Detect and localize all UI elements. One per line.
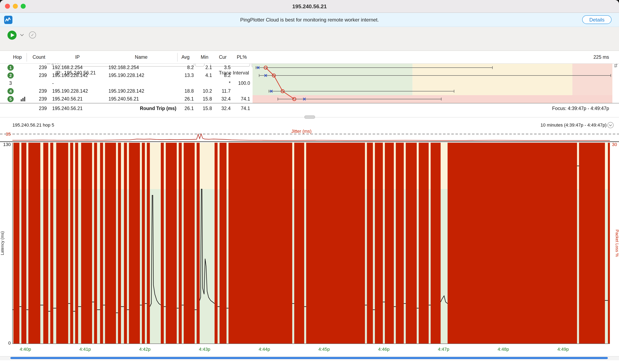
count-cell: 239 <box>31 72 47 80</box>
cur-cell: 8.2 <box>214 72 231 80</box>
svg-text:130: 130 <box>3 142 11 147</box>
ip-cell: 192.168.2.254 <box>52 64 83 72</box>
svg-text:4:48p: 4:48p <box>498 347 509 352</box>
start-trace-button[interactable] <box>7 31 16 40</box>
min-cell: 15.8 <box>196 95 212 103</box>
count-cell: 239 <box>31 64 47 72</box>
hop-focus-chart-icon <box>21 97 25 101</box>
svg-text:4:46p: 4:46p <box>378 347 390 352</box>
col-pl: PL% <box>232 51 252 64</box>
cur-cell: 11.7 <box>214 87 231 95</box>
timeline-graph[interactable]: Jitter (ms)351300304:40p4:41p4:42p4:43p4… <box>0 129 619 355</box>
name-cell: 192.168.2.254 <box>109 64 139 72</box>
count-cell: 239 <box>31 95 47 103</box>
round-trip-summary-row: 239 195.240.56.21 Round Trip (ms) 26.1 1… <box>0 103 619 113</box>
svg-text:0: 0 <box>8 340 11 346</box>
svg-text:Latency (ms): Latency (ms) <box>0 231 5 255</box>
pingplotter-window: 195.240.56.21 PingPlotter Cloud is best … <box>0 0 619 364</box>
pl-cell: 100.0 <box>231 80 250 87</box>
svg-text:Packet Loss %: Packet Loss % <box>615 229 619 257</box>
name-cell: 195.190.228.142 <box>109 87 144 95</box>
divider <box>27 53 27 62</box>
toolbar: ✓ Target: 2.5 seconds Auto IP: 195.240.5… <box>0 27 619 51</box>
svg-text:4:40p: 4:40p <box>20 347 31 352</box>
banner-message: PingPlotter Cloud is best for monitoring… <box>0 13 619 27</box>
svg-text:4:49p: 4:49p <box>557 347 569 352</box>
chevron-down-icon <box>609 123 612 126</box>
avg-cell: 18.8 <box>176 87 194 95</box>
check-circle-icon[interactable]: ✓ <box>29 31 36 39</box>
name-cell: 195.240.56.21 <box>109 95 139 103</box>
col-avg: Avg <box>176 51 196 64</box>
hop-number-badge: 1 <box>7 65 14 71</box>
ip-cell: - <box>52 80 54 87</box>
hop-number-badge: 2 <box>7 72 14 79</box>
focus-range-label: Focus: 4:39:47p - 4:49:47p <box>501 103 609 113</box>
avg-cell: 13.3 <box>176 72 194 80</box>
splitter-handle[interactable] <box>304 115 315 119</box>
col-cur: Cur <box>214 51 232 64</box>
graph-scale-label: 225 ms <box>576 51 609 64</box>
ip-cell: 195.190.228.142 <box>52 72 88 80</box>
svg-text:4:43p: 4:43p <box>199 347 210 352</box>
svg-text:4:41p: 4:41p <box>80 347 91 352</box>
svg-text:Jitter (ms): Jitter (ms) <box>291 129 311 134</box>
name-cell: 195.190.228.142 <box>109 72 144 80</box>
round-trip-label: Round Trip (ms) <box>109 103 176 113</box>
col-ip: IP <box>53 51 102 64</box>
cloud-banner: PingPlotter Cloud is best for monitoring… <box>0 13 619 27</box>
col-name: Name <box>116 51 166 64</box>
pl-cell: 74.1 <box>231 103 250 113</box>
col-min: Min <box>196 51 214 64</box>
avg-cell: 26.1 <box>176 95 194 103</box>
count-cell: 239 <box>31 103 47 113</box>
divider <box>177 53 178 62</box>
min-cell: 10.2 <box>196 87 212 95</box>
pl-cell: 74.1 <box>231 95 250 103</box>
hop-number-badge: 5 <box>7 96 14 102</box>
chevron-down-icon[interactable] <box>20 33 24 36</box>
svg-text:35: 35 <box>6 132 11 137</box>
timeline-scrollbar-thumb[interactable] <box>10 357 608 359</box>
avg-cell: 8.2 <box>176 64 194 72</box>
details-button[interactable]: Details <box>582 15 612 24</box>
col-count: Count <box>29 51 49 64</box>
title-bar: 195.240.56.21 <box>0 0 619 13</box>
cur-cell: 3.5 <box>214 64 231 72</box>
hop-number-badge: 4 <box>7 88 14 94</box>
ip-cell: 195.240.56.21 <box>52 95 83 103</box>
avg-cell: 26.1 <box>176 103 194 113</box>
hop-latency-graph[interactable] <box>253 64 612 103</box>
svg-text:30: 30 <box>612 142 617 147</box>
timeline-range-dropdown[interactable] <box>607 122 614 128</box>
timeline-target-label: 195.240.56.21 hop 5 <box>13 122 54 127</box>
svg-text:4:47p: 4:47p <box>438 347 449 352</box>
play-icon <box>11 33 14 37</box>
hop-table-header: Hop Count IP Name Avg Min Cur PL% 225 ms <box>0 51 619 64</box>
window-title: 195.240.56.21 <box>0 0 619 13</box>
cur-cell: * <box>214 80 231 87</box>
cur-cell: 32.4 <box>214 103 231 113</box>
svg-text:4:42p: 4:42p <box>139 347 151 352</box>
min-cell: 15.8 <box>196 103 212 113</box>
cur-cell: 32.4 <box>214 95 231 103</box>
timeline-range-label[interactable]: 10 minutes (4:39:47p - 4:49:47p) <box>541 122 606 127</box>
col-hop: Hop <box>7 51 28 64</box>
count-cell: 239 <box>31 87 47 95</box>
ip-cell: 195.240.56.21 <box>52 103 83 113</box>
svg-text:4:45p: 4:45p <box>318 347 330 352</box>
min-cell: 4.1 <box>196 72 212 80</box>
svg-text:4:44p: 4:44p <box>259 347 270 352</box>
ip-cell: 195.190.228.142 <box>52 87 88 95</box>
hop-number: 3 <box>7 80 14 87</box>
min-cell: 2.1 <box>196 64 212 72</box>
